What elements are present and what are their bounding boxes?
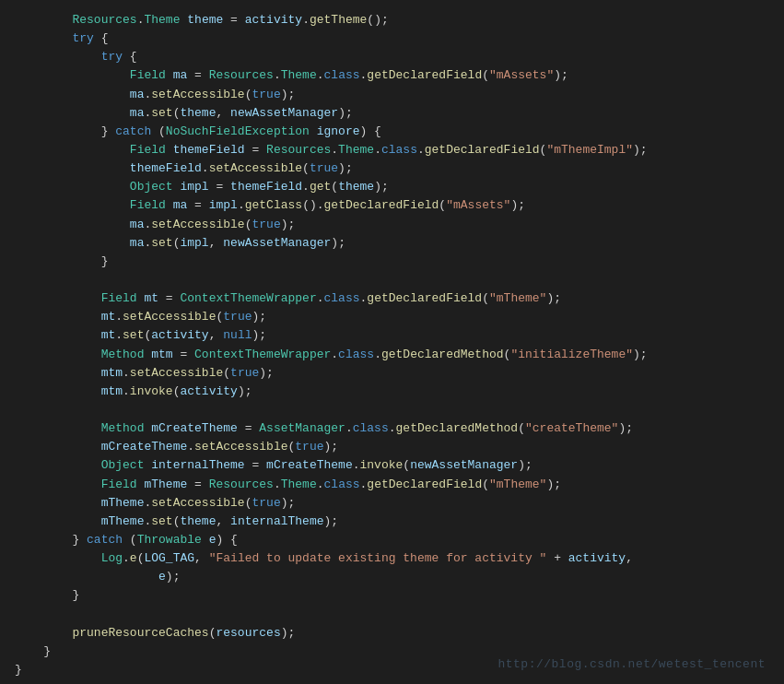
code-line: Log.e(LOG_TAG, "Failed to update existin… bbox=[15, 549, 769, 568]
code-line: pruneResourceCaches(resources); bbox=[15, 624, 769, 643]
code-line bbox=[15, 401, 769, 419]
code-line: Field mt = ContextThemeWrapper.class.get… bbox=[15, 289, 769, 308]
code-line: mTheme.set(theme, internalTheme); bbox=[15, 513, 769, 531]
code-line: Object internalTheme = mCreateTheme.invo… bbox=[15, 456, 769, 475]
code-line: Field mTheme = Resources.Theme.class.get… bbox=[15, 476, 769, 494]
code-line: e); bbox=[15, 568, 769, 586]
code-line: Field themeField = Resources.Theme.class… bbox=[15, 141, 769, 159]
code-line: Method mCreateTheme = AssetManager.class… bbox=[15, 419, 769, 438]
code-line: } bbox=[15, 586, 769, 605]
code-line: Field ma = impl.getClass().getDeclaredFi… bbox=[15, 196, 769, 215]
code-line: Field ma = Resources.Theme.class.getDecl… bbox=[15, 66, 769, 85]
code-line: ma.setAccessible(true); bbox=[15, 86, 769, 104]
code-line: mCreateTheme.setAccessible(true); bbox=[15, 438, 769, 456]
code-line: mTheme.setAccessible(true); bbox=[15, 494, 769, 513]
code-line: try { bbox=[15, 29, 769, 48]
code-block: Resources.Theme theme = activity.getThem… bbox=[0, 0, 784, 684]
code-line: Object impl = themeField.get(theme); bbox=[15, 178, 769, 196]
code-line: } catch (Throwable e) { bbox=[15, 531, 769, 549]
code-line: Resources.Theme theme = activity.getThem… bbox=[15, 11, 769, 29]
code-line: themeField.setAccessible(true); bbox=[15, 159, 769, 178]
code-line: ma.setAccessible(true); bbox=[15, 216, 769, 234]
code-line: } bbox=[15, 253, 769, 271]
code-line: mtm.setAccessible(true); bbox=[15, 364, 769, 383]
watermark: http://blog.csdn.net/wetest_tencent bbox=[497, 655, 766, 674]
code-line: try { bbox=[15, 48, 769, 66]
code-line bbox=[15, 606, 769, 624]
code-line bbox=[15, 271, 769, 289]
code-line: ma.set(theme, newAssetManager); bbox=[15, 104, 769, 123]
code-line: mtm.invoke(activity); bbox=[15, 383, 769, 401]
code-line: ma.set(impl, newAssetManager); bbox=[15, 234, 769, 253]
code-line: } catch (NoSuchFieldException ignore) { bbox=[15, 123, 769, 141]
code-line: Method mtm = ContextThemeWrapper.class.g… bbox=[15, 346, 769, 364]
code-line: mt.setAccessible(true); bbox=[15, 308, 769, 326]
code-line: mt.set(activity, null); bbox=[15, 326, 769, 345]
